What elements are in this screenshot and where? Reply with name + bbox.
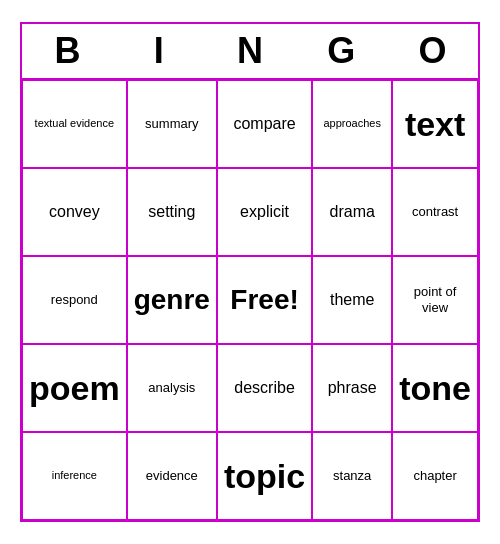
cell-text: respond — [51, 292, 98, 308]
grid-cell-1-4[interactable]: contrast — [392, 168, 478, 256]
grid-cell-0-3[interactable]: approaches — [312, 80, 392, 168]
header-letter: I — [113, 24, 204, 78]
cell-text: describe — [234, 378, 294, 397]
cell-text: chapter — [413, 468, 456, 484]
grid-cell-4-0[interactable]: inference — [22, 432, 127, 520]
header-letter: N — [204, 24, 295, 78]
grid-cell-4-2[interactable]: topic — [217, 432, 312, 520]
grid-cell-3-1[interactable]: analysis — [127, 344, 217, 432]
cell-text: contrast — [412, 204, 458, 220]
grid-cell-2-0[interactable]: respond — [22, 256, 127, 344]
grid-cell-4-4[interactable]: chapter — [392, 432, 478, 520]
cell-text: analysis — [148, 380, 195, 396]
header-letter: B — [22, 24, 113, 78]
cell-text: approaches — [323, 117, 381, 130]
grid-cell-0-0[interactable]: textual evidence — [22, 80, 127, 168]
cell-text: convey — [49, 202, 100, 221]
grid-cell-0-1[interactable]: summary — [127, 80, 217, 168]
cell-text: topic — [224, 456, 305, 497]
cell-text: point of view — [399, 284, 471, 315]
grid-cell-3-2[interactable]: describe — [217, 344, 312, 432]
cell-text: inference — [52, 469, 97, 482]
grid-cell-3-3[interactable]: phrase — [312, 344, 392, 432]
cell-text: explicit — [240, 202, 289, 221]
cell-text: stanza — [333, 468, 371, 484]
grid-cell-2-3[interactable]: theme — [312, 256, 392, 344]
grid-cell-0-4[interactable]: text — [392, 80, 478, 168]
grid-cell-1-3[interactable]: drama — [312, 168, 392, 256]
cell-text: Free! — [230, 283, 298, 317]
cell-text: setting — [148, 202, 195, 221]
cell-text: textual evidence — [35, 117, 115, 130]
bingo-header: BINGO — [22, 24, 478, 78]
grid-cell-0-2[interactable]: compare — [217, 80, 312, 168]
cell-text: evidence — [146, 468, 198, 484]
grid-cell-1-0[interactable]: convey — [22, 168, 127, 256]
grid-cell-2-2[interactable]: Free! — [217, 256, 312, 344]
header-letter: O — [387, 24, 478, 78]
header-letter: G — [296, 24, 387, 78]
cell-text: summary — [145, 116, 198, 132]
cell-text: phrase — [328, 378, 377, 397]
grid-cell-2-1[interactable]: genre — [127, 256, 217, 344]
grid-cell-2-4[interactable]: point of view — [392, 256, 478, 344]
bingo-card: BINGO textual evidencesummarycompareappr… — [20, 22, 480, 522]
cell-text: text — [405, 104, 465, 145]
grid-cell-3-0[interactable]: poem — [22, 344, 127, 432]
grid-cell-1-2[interactable]: explicit — [217, 168, 312, 256]
cell-text: drama — [330, 202, 375, 221]
cell-text: poem — [29, 368, 120, 409]
grid-cell-3-4[interactable]: tone — [392, 344, 478, 432]
cell-text: tone — [399, 368, 471, 409]
grid-cell-4-1[interactable]: evidence — [127, 432, 217, 520]
cell-text: compare — [233, 114, 295, 133]
grid-cell-1-1[interactable]: setting — [127, 168, 217, 256]
cell-text: genre — [134, 283, 210, 317]
grid-cell-4-3[interactable]: stanza — [312, 432, 392, 520]
cell-text: theme — [330, 290, 374, 309]
bingo-grid: textual evidencesummarycompareapproaches… — [22, 78, 478, 520]
